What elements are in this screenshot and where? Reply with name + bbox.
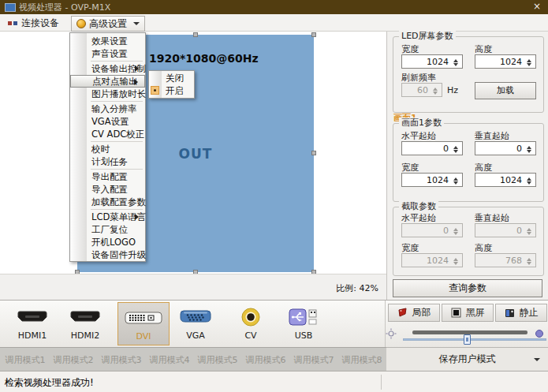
spinner-arrows-icon[interactable] xyxy=(524,143,535,154)
blackout-button[interactable]: 黑屏 xyxy=(442,304,494,322)
menu-item-output-control[interactable]: 设备输出控制 xyxy=(70,62,145,75)
spinner-arrows-icon xyxy=(451,255,461,266)
menu-item-export-config[interactable]: 导出配置 xyxy=(70,170,145,183)
menu-item-vga-settings[interactable]: VGA设置 xyxy=(70,115,145,128)
submenu-item-label: 关闭 xyxy=(166,73,184,84)
menu-item-sound-settings[interactable]: 声音设置 xyxy=(70,47,145,60)
cap-hstart-label: 水平起始 xyxy=(401,212,436,224)
input-hdmi1-button[interactable]: HDMI1 xyxy=(7,302,58,345)
close-icon[interactable]: × xyxy=(533,1,541,12)
resize-handle-mid-right[interactable] xyxy=(311,151,316,155)
out-label: OUT xyxy=(179,146,213,162)
win-height-spinner[interactable]: 1024 xyxy=(475,173,536,187)
input-label: HDMI2 xyxy=(60,330,110,341)
input-dvi-button[interactable]: DVI xyxy=(117,302,170,345)
led-width-label: 宽度 xyxy=(401,43,419,55)
slider-handle[interactable] xyxy=(464,334,471,345)
menu-separator xyxy=(91,169,143,170)
menu-item-scheduled-tasks[interactable]: 计划任务 xyxy=(70,155,145,168)
connect-device-label: 连接设备 xyxy=(21,17,59,30)
input-usb-button[interactable]: USB xyxy=(278,302,329,345)
mode-button-1[interactable]: 调用模式1 xyxy=(2,353,48,367)
spinner-arrows-icon[interactable] xyxy=(524,56,535,67)
scale-strip: 比例: 42% xyxy=(0,274,386,300)
menu-item-cv-adc-calibration[interactable]: CV ADC校正 xyxy=(70,128,145,140)
menu-item-image-duration[interactable]: 图片播放时长 xyxy=(70,88,145,100)
hdmi-icon xyxy=(60,306,110,328)
toolbar: 连接设备 高级设置 xyxy=(0,14,548,32)
save-user-mode-dropdown[interactable]: 保存用户模式 xyxy=(386,348,548,371)
spinner-arrows-icon xyxy=(524,255,535,266)
mode-button-5[interactable]: 调用模式5 xyxy=(195,353,240,367)
submenu-item-on[interactable]: 开启 xyxy=(149,84,194,97)
slider-track[interactable] xyxy=(403,338,546,341)
menu-item-boot-logo[interactable]: 开机LOGO xyxy=(70,236,145,248)
spinner-arrows-icon[interactable] xyxy=(451,143,461,154)
mode-button-2[interactable]: 调用模式2 xyxy=(50,353,96,367)
input-label: DVI xyxy=(118,331,169,342)
cap-hstart-value: 0 xyxy=(443,226,449,236)
submenu-arrow-icon xyxy=(134,79,141,85)
menu-item-lcd-menu-language[interactable]: LCD菜单语言 xyxy=(70,211,145,223)
led-screen-group: LED屏幕参数 宽度 1024 高度 1024 刷新频率 60 Hz 加载 xyxy=(393,36,544,113)
mode-button-3[interactable]: 调用模式3 xyxy=(99,353,144,367)
menu-item-load-config-params[interactable]: 加载配置参数 xyxy=(70,196,145,208)
input-cv-button[interactable]: CV xyxy=(226,302,276,345)
parameters-panel: LED屏幕参数 宽度 1024 高度 1024 刷新频率 60 Hz 加载 画面… xyxy=(386,32,548,300)
menu-item-label: 导入配置 xyxy=(91,184,128,195)
led-width-spinner[interactable]: 1024 xyxy=(401,54,463,69)
spinner-arrows-icon[interactable] xyxy=(451,174,461,185)
menu-item-factory-reset[interactable]: 工厂复位 xyxy=(70,223,145,236)
mode-button-6[interactable]: 调用模式6 xyxy=(243,353,289,367)
partial-label: 局部 xyxy=(412,306,431,319)
mode-button-7[interactable]: 调用模式7 xyxy=(291,353,337,367)
menu-item-time-sync[interactable]: 校时 xyxy=(70,143,145,155)
mode-row: 调用模式1 调用模式2 调用模式3 调用模式4 调用模式5 调用模式6 调用模式… xyxy=(0,347,386,371)
led-height-spinner[interactable]: 1024 xyxy=(475,54,536,69)
freeze-button[interactable]: 静止 xyxy=(495,304,547,322)
dvi-icon xyxy=(118,307,169,329)
menu-item-firmware-upgrade[interactable]: 设备固件升级 xyxy=(70,248,145,261)
panel-divider xyxy=(385,301,386,348)
menu-item-effect-settings[interactable]: 效果设置 xyxy=(70,35,145,47)
win-width-label: 宽度 xyxy=(401,162,419,174)
menu-item-label: 计划任务 xyxy=(91,156,128,167)
menu-item-label: 设备固件升级 xyxy=(91,249,146,260)
cap-width-value: 1024 xyxy=(427,256,449,266)
connect-device-button[interactable]: 连接设备 xyxy=(3,16,64,30)
spinner-arrows-icon xyxy=(451,225,461,236)
input-vga-button[interactable]: VGA xyxy=(170,302,221,345)
hstart-spinner[interactable]: 0 xyxy=(401,141,463,155)
cap-width-label: 宽度 xyxy=(401,242,419,254)
partial-button[interactable]: 局部 xyxy=(388,304,440,322)
menu-item-pixel-to-pixel-output[interactable]: 点对点输出 xyxy=(70,75,145,88)
vga-icon xyxy=(170,306,221,328)
input-hdmi2-button[interactable]: HDMI2 xyxy=(60,302,110,345)
submenu-item-off[interactable]: 关闭 xyxy=(149,72,194,84)
query-params-button[interactable]: 查询参数 xyxy=(393,279,542,297)
submenu-item-label: 开启 xyxy=(166,85,184,96)
vstart-spinner[interactable]: 0 xyxy=(475,141,536,155)
menu-item-import-config[interactable]: 导入配置 xyxy=(70,183,145,196)
menu-item-input-resolution[interactable]: 输入分辨率 xyxy=(70,103,145,115)
freeze-icon xyxy=(505,308,515,318)
led-width-value: 1024 xyxy=(427,57,449,67)
freeze-label: 静止 xyxy=(520,306,539,319)
resize-handle-top-right[interactable] xyxy=(311,32,316,37)
menu-item-label: 校时 xyxy=(91,144,110,155)
status-divider xyxy=(381,375,382,390)
spinner-arrows-icon[interactable] xyxy=(451,56,461,67)
spinner-arrows-icon xyxy=(431,84,441,95)
win-width-spinner[interactable]: 1024 xyxy=(401,173,463,187)
refresh-rate-label: 刷新频率 xyxy=(401,72,436,84)
advanced-settings-menu: 效果设置 声音设置 设备输出控制 点对点输出 图片播放时长 输入分辨率 VGA设… xyxy=(69,32,146,262)
mode-button-8[interactable]: 调用模式8 xyxy=(339,353,385,367)
advanced-settings-button[interactable]: 高级设置 xyxy=(71,16,145,32)
load-button[interactable]: 加载 xyxy=(475,82,536,99)
radio-checked-icon xyxy=(151,86,159,95)
spinner-arrows-icon[interactable] xyxy=(524,174,535,185)
pixel-to-pixel-submenu: 关闭 开启 xyxy=(148,70,195,99)
mode-button-4[interactable]: 调用模式4 xyxy=(147,353,192,367)
spinner-arrows-icon xyxy=(524,225,535,236)
resize-handle-top-center[interactable] xyxy=(193,32,198,37)
